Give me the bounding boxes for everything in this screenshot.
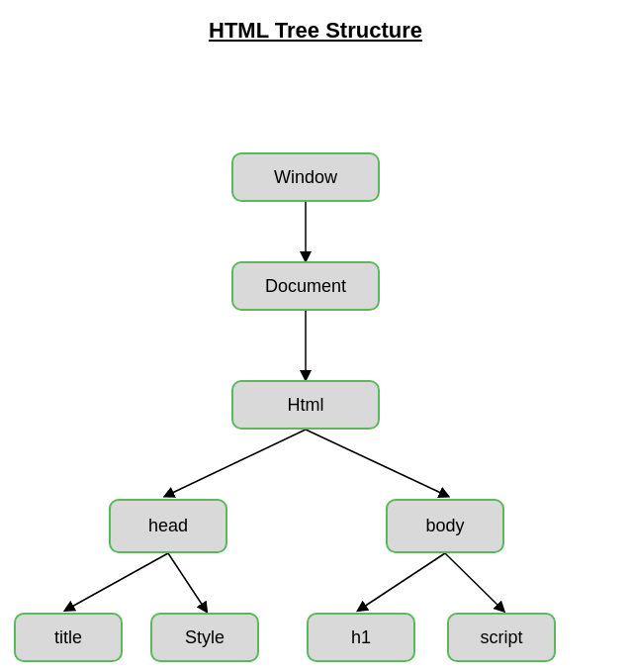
node-h1: h1 (307, 613, 415, 662)
connector-lines (0, 53, 631, 672)
node-title: title (14, 613, 123, 662)
node-style: Style (150, 613, 259, 662)
tree-diagram: Window Document Html head body title Sty… (0, 53, 631, 672)
svg-line-6 (361, 553, 445, 609)
node-window: Window (231, 152, 380, 202)
node-head: head (109, 499, 227, 553)
node-script: script (447, 613, 556, 662)
node-body: body (386, 499, 504, 553)
svg-line-4 (68, 553, 168, 609)
node-document: Document (231, 261, 380, 311)
svg-line-5 (168, 553, 205, 609)
svg-line-7 (445, 553, 501, 609)
svg-line-3 (306, 430, 445, 495)
svg-line-2 (168, 430, 306, 495)
page-title: HTML Tree Structure (0, 0, 631, 53)
node-html: Html (231, 380, 380, 430)
